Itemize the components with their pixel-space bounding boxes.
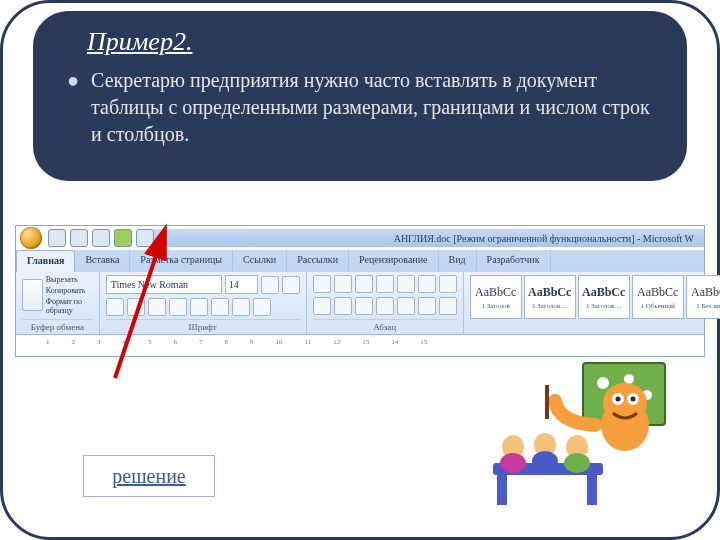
qat-save-icon[interactable] [48,229,66,247]
callout-title: Пример2. [87,27,653,57]
font-name-select[interactable]: Times New Roman [106,275,222,294]
qat-redo-icon[interactable] [92,229,110,247]
numbering-button[interactable] [334,275,352,293]
solution-link-box: решение [83,455,215,497]
align-left-button[interactable] [313,297,331,315]
paste-button[interactable] [22,279,43,311]
callout-text: Секретарю предприятия нужно часто вставл… [91,67,653,148]
group-clipboard: Вырезать Копировать Формат по образцу Бу… [16,272,100,334]
grow-font-button[interactable] [261,276,279,294]
group-font: Times New Roman 14 Шрифт [100,272,307,334]
svg-rect-14 [497,475,507,505]
bold-button[interactable] [106,298,124,316]
outdent-button[interactable] [376,275,394,293]
sort-button[interactable] [418,275,436,293]
quick-access-row: АНГЛИЯ.doc [Режим ограниченной функциона… [16,226,704,250]
style-h2[interactable]: AaBbCc1 Заголов… [524,275,576,319]
svg-point-19 [532,451,558,471]
example-callout: Пример2. ● Секретарю предприятия нужно ч… [33,11,687,181]
justify-button[interactable] [376,297,394,315]
style-h1[interactable]: AaBbCc1 Заголов [470,275,522,319]
font-color-button[interactable] [253,298,271,316]
ribbon-tabs: Главная Вставка Разметка страницы Ссылки… [16,250,704,272]
qat-macro-button[interactable] [114,229,132,247]
tab-layout[interactable]: Разметка страницы [130,250,233,272]
indent-button[interactable] [397,275,415,293]
copy-button[interactable]: Копировать [46,286,93,295]
format-painter-button[interactable]: Формат по образцу [46,297,93,315]
svg-point-10 [616,397,621,402]
svg-point-17 [500,453,526,473]
sup-button[interactable] [211,298,229,316]
style-h3[interactable]: AaBbCc1 Заголов… [578,275,630,319]
underline-button[interactable] [148,298,166,316]
showmarks-button[interactable] [439,275,457,293]
borders-button[interactable] [439,297,457,315]
solution-link[interactable]: решение [112,465,185,488]
window-titlebar: АНГЛИЯ.doc [Режим ограниченной функциона… [154,229,704,247]
ribbon: Вырезать Копировать Формат по образцу Бу… [16,272,704,334]
slide-frame: Пример2. ● Секретарю предприятия нужно ч… [0,0,720,540]
shading-button[interactable] [418,297,436,315]
style-noint[interactable]: AaBbCc1 Без инте [686,275,720,319]
highlight-button[interactable] [232,298,250,316]
svg-point-2 [597,377,609,389]
shrink-font-button[interactable] [282,276,300,294]
sub-button[interactable] [190,298,208,316]
italic-button[interactable] [127,298,145,316]
multilevel-button[interactable] [355,275,373,293]
group-paragraph: Абзац [307,272,464,334]
qat-more-icon[interactable] [136,229,154,247]
svg-rect-15 [587,475,597,505]
qat-undo-icon[interactable] [70,229,88,247]
align-right-button[interactable] [355,297,373,315]
strike-button[interactable] [169,298,187,316]
tab-mail[interactable]: Рассылки [287,250,349,272]
ruler: 123456789101112131415 [16,334,704,349]
group-font-label: Шрифт [106,319,300,332]
tab-view[interactable]: Вид [439,250,477,272]
font-size-select[interactable]: 14 [225,275,258,294]
tab-home[interactable]: Главная [16,250,75,272]
cut-button[interactable]: Вырезать [46,275,93,284]
word-screenshot: АНГЛИЯ.doc [Режим ограниченной функциона… [15,225,705,357]
bullet-icon: ● [67,67,79,94]
bullets-button[interactable] [313,275,331,293]
align-center-button[interactable] [334,297,352,315]
qat [48,229,154,247]
tab-insert[interactable]: Вставка [75,250,130,272]
teacher-clipart [483,355,673,515]
tab-dev[interactable]: Разработчик [477,250,551,272]
line-spacing-button[interactable] [397,297,415,315]
svg-point-21 [564,453,590,473]
svg-point-11 [631,397,636,402]
callout-body: ● Секретарю предприятия нужно часто вста… [67,67,653,148]
group-clipboard-label: Буфер обмена [22,319,93,332]
tab-review[interactable]: Рецензирование [349,250,438,272]
svg-rect-12 [545,385,549,419]
office-button[interactable] [20,227,42,249]
style-normal[interactable]: AaBbCc1 Обычный [632,275,684,319]
group-paragraph-label: Абзац [313,319,457,332]
tab-refs[interactable]: Ссылки [233,250,287,272]
group-styles: AaBbCc1 Заголов AaBbCc1 Заголов… AaBbCc1… [464,272,720,334]
svg-point-3 [624,374,634,384]
